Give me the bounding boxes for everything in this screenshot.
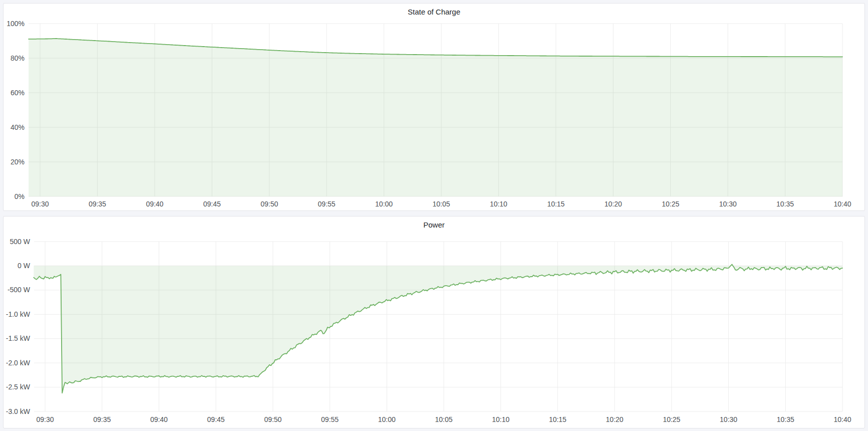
x-axis-tick-label: 09:35 (93, 415, 111, 423)
x-axis-tick-label: 10:40 (833, 415, 851, 423)
panel-state-of-charge: State of Charge 100%80%60%40%20%0%09:300… (3, 3, 865, 211)
panel-title-power[interactable]: Power (4, 217, 864, 233)
y-axis-tick-label: -1.5 kW (6, 334, 31, 342)
power-chart-canvas[interactable]: 500 W0 W-500 W-1.0 kW-1.5 kW-2.0 kW-2.5 … (4, 217, 864, 428)
x-axis-tick-label: 09:40 (146, 200, 163, 208)
x-axis-tick-label: 09:55 (321, 415, 339, 423)
x-axis-tick-label: 09:30 (36, 415, 54, 423)
y-axis-tick-label: -2.0 kW (6, 359, 31, 367)
y-axis-tick-label: 0 W (18, 262, 31, 270)
y-axis-tick-label: 100% (7, 20, 25, 28)
x-axis-tick-label: 10:10 (490, 200, 507, 208)
soc-chart-canvas[interactable]: 100%80%60%40%20%0%09:3009:3509:4009:4509… (4, 4, 864, 210)
x-axis-tick-label: 09:50 (260, 200, 278, 208)
y-axis-tick-label: 500 W (10, 238, 31, 246)
series-area-fill (29, 39, 842, 196)
y-axis-tick-label: -2.5 kW (6, 383, 31, 391)
grafana-dashboard: { "page": { "background": "#f4f5f9", "pa… (0, 0, 868, 431)
x-axis-tick-label: 09:50 (264, 415, 281, 423)
x-axis-tick-label: 10:10 (492, 415, 509, 423)
y-axis-tick-label: 60% (11, 89, 25, 97)
x-axis-tick-label: 10:30 (720, 415, 737, 423)
y-axis-tick-label: 40% (11, 123, 25, 131)
x-axis-tick-label: 10:00 (378, 415, 396, 423)
panel-title-state-of-charge[interactable]: State of Charge (4, 4, 864, 20)
x-axis-tick-label: 10:15 (549, 415, 566, 423)
y-axis-tick-label: -1.0 kW (6, 310, 31, 318)
y-axis-tick-label: 80% (11, 54, 25, 62)
x-axis-tick-label: 10:30 (719, 200, 737, 208)
x-axis-tick-label: 10:05 (435, 415, 452, 423)
x-axis-tick-label: 09:30 (31, 200, 49, 208)
x-axis-tick-label: 10:00 (375, 200, 393, 208)
x-axis-tick-label: 09:40 (150, 415, 168, 423)
x-axis-tick-label: 10:40 (833, 200, 851, 208)
y-axis-tick-label: -500 W (8, 286, 31, 294)
y-axis-tick-label: 20% (11, 158, 25, 166)
y-axis-tick-label: -3.0 kW (6, 407, 31, 415)
x-axis-tick-label: 09:55 (318, 200, 336, 208)
x-axis-tick-label: 10:25 (663, 415, 680, 423)
x-axis-tick-label: 10:35 (777, 415, 794, 423)
x-axis-tick-label: 10:15 (547, 200, 564, 208)
x-axis-tick-label: 09:45 (207, 415, 225, 423)
x-axis-tick-label: 10:35 (776, 200, 794, 208)
x-axis-tick-label: 10:20 (605, 200, 622, 208)
x-axis-tick-label: 10:25 (662, 200, 679, 208)
x-axis-tick-label: 10:05 (432, 200, 450, 208)
x-axis-tick-label: 09:45 (203, 200, 221, 208)
panel-power: Power 500 W0 W-500 W-1.0 kW-1.5 kW-2.0 k… (3, 216, 865, 428)
y-axis-tick-label: 0% (15, 192, 25, 200)
x-axis-tick-label: 10:20 (606, 415, 624, 423)
series-area-fill (34, 265, 842, 393)
x-axis-tick-label: 09:35 (89, 200, 106, 208)
